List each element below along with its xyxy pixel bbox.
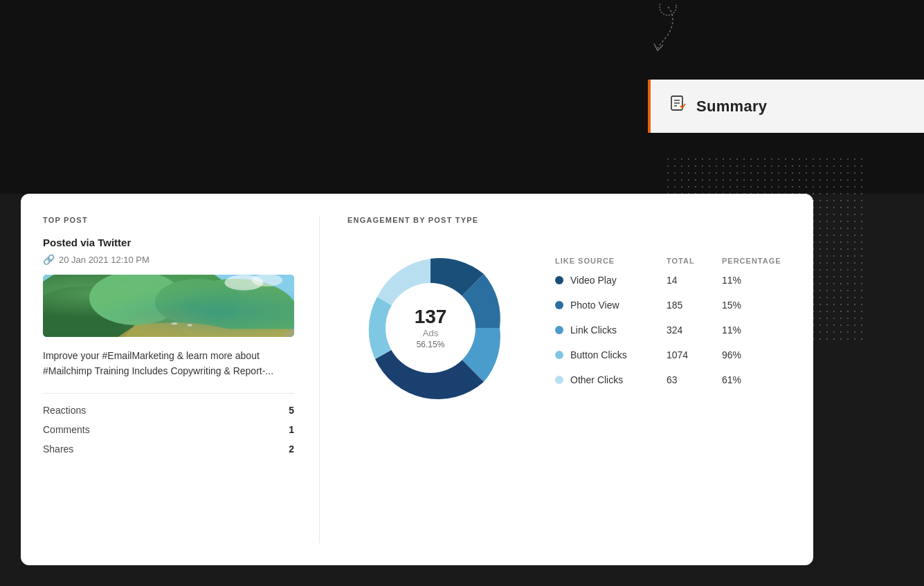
- row-label-3: Button Clicks: [555, 349, 667, 360]
- donut-percent: 56.15%: [415, 340, 447, 349]
- row-label-4: Other Clicks: [555, 374, 667, 385]
- summary-label: Summary: [696, 98, 767, 116]
- row-pct-1: 15%: [722, 300, 791, 311]
- post-date-text: 20 Jan 2021 12:10 PM: [59, 255, 150, 265]
- table-row: Other Clicks 63 61%: [555, 374, 791, 385]
- color-dot-2: [555, 326, 563, 334]
- shares-value: 2: [289, 443, 294, 455]
- table-row: Photo View 185 15%: [555, 300, 791, 311]
- engagement-label: ENGAGEMENT BY POST TYPE: [347, 216, 791, 224]
- row-label-text-3: Button Clicks: [570, 349, 627, 360]
- table-header: LIKE SOURCE TOTAL PERCENTAGE: [555, 257, 791, 265]
- row-label-text-0: Video Play: [570, 275, 617, 286]
- reactions-value: 5: [289, 405, 294, 416]
- row-pct-4: 61%: [722, 374, 791, 385]
- post-image-overlay: [43, 275, 294, 337]
- top-post-panel: TOP POST Posted via Twitter 🔗 20 Jan 202…: [43, 216, 320, 543]
- row-pct-2: 11%: [722, 324, 791, 336]
- main-card: TOP POST Posted via Twitter 🔗 20 Jan 202…: [21, 194, 813, 565]
- row-total-4: 63: [667, 374, 722, 385]
- row-total-1: 185: [667, 300, 722, 311]
- row-label-text-1: Photo View: [570, 300, 619, 311]
- header-pct: PERCENTAGE: [722, 257, 791, 265]
- color-dot-3: [555, 351, 563, 359]
- comments-value: 1: [289, 424, 294, 435]
- table-row: Button Clicks 1074 96%: [555, 349, 791, 360]
- stats-divider: [43, 393, 294, 394]
- table-row: Link Clicks 324 11%: [555, 324, 791, 336]
- shares-label: Shares: [43, 443, 73, 455]
- color-dot-1: [555, 301, 563, 309]
- shares-row: Shares 2: [43, 443, 294, 455]
- post-date: 🔗 20 Jan 2021 12:10 PM: [43, 254, 294, 265]
- engagement-panel: ENGAGEMENT BY POST TYPE: [320, 216, 791, 543]
- row-total-2: 324: [667, 324, 722, 336]
- row-total-0: 14: [667, 275, 722, 286]
- row-label-2: Link Clicks: [555, 324, 667, 336]
- svg-point-0: [660, 3, 676, 15]
- document-icon: [670, 95, 687, 118]
- donut-sublabel: Ads: [415, 328, 447, 338]
- donut-total: 137: [415, 307, 447, 327]
- donut-center: 137 Ads 56.15%: [415, 307, 447, 349]
- color-dot-0: [555, 276, 563, 284]
- row-pct-3: 96%: [722, 349, 791, 360]
- chart-area: 137 Ads 56.15% LIKE SOURCE TOTAL PERCENT…: [347, 245, 791, 411]
- row-label-text-2: Link Clicks: [570, 324, 617, 336]
- table-row: Video Play 14 11%: [555, 275, 791, 286]
- color-dot-4: [555, 376, 563, 384]
- top-post-label: TOP POST: [43, 216, 294, 224]
- post-source: Posted via Twitter: [43, 237, 294, 248]
- summary-tab[interactable]: Summary: [648, 80, 924, 133]
- comments-row: Comments 1: [43, 424, 294, 435]
- row-label-1: Photo View: [555, 300, 667, 311]
- row-pct-0: 11%: [722, 275, 791, 286]
- reactions-row: Reactions 5: [43, 405, 294, 416]
- header-total: TOTAL: [667, 257, 722, 265]
- reactions-label: Reactions: [43, 405, 86, 416]
- post-text: Improve your #EmailMarketing & learn mor…: [43, 348, 294, 379]
- link-icon: 🔗: [43, 254, 55, 265]
- engagement-table: LIKE SOURCE TOTAL PERCENTAGE Video Play …: [555, 257, 791, 399]
- row-label-0: Video Play: [555, 275, 667, 286]
- header-source: LIKE SOURCE: [555, 257, 667, 265]
- comments-label: Comments: [43, 424, 90, 435]
- row-total-3: 1074: [667, 349, 722, 360]
- row-label-text-4: Other Clicks: [570, 374, 623, 385]
- post-image: [43, 275, 294, 337]
- table-rows-container: Video Play 14 11% Photo View 185 15% Lin…: [555, 275, 791, 385]
- cursor-decoration: [637, 3, 685, 67]
- donut-chart: 137 Ads 56.15%: [347, 245, 514, 411]
